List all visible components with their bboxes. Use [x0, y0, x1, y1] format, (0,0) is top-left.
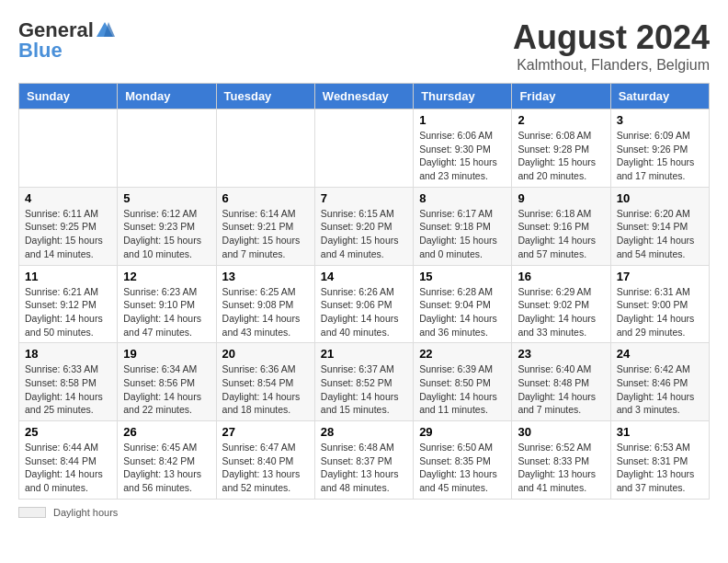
- day-info: Sunrise: 6:08 AM Sunset: 9:28 PM Dayligh…: [518, 129, 604, 183]
- header-saturday: Saturday: [610, 84, 709, 109]
- day-number: 19: [123, 347, 210, 361]
- day-info: Sunrise: 6:33 AM Sunset: 8:58 PM Dayligh…: [25, 362, 111, 417]
- day-info: Sunrise: 6:26 AM Sunset: 9:06 PM Dayligh…: [321, 285, 407, 339]
- logo: General Blue: [18, 18, 115, 63]
- day-number: 31: [617, 425, 703, 439]
- day-info: Sunrise: 6:29 AM Sunset: 9:02 PM Dayligh…: [518, 285, 604, 339]
- day-number: 20: [222, 347, 309, 361]
- week-row-4: 25Sunrise: 6:44 AM Sunset: 8:44 PM Dayli…: [19, 421, 710, 500]
- calendar-cell: 27Sunrise: 6:47 AM Sunset: 8:40 PM Dayli…: [216, 421, 314, 500]
- subtitle: Kalmthout, Flanders, Belgium: [513, 57, 710, 74]
- day-info: Sunrise: 6:40 AM Sunset: 8:48 PM Dayligh…: [518, 362, 604, 417]
- calendar-cell: 15Sunrise: 6:28 AM Sunset: 9:04 PM Dayli…: [414, 265, 512, 343]
- week-row-0: 1Sunrise: 6:06 AM Sunset: 9:30 PM Daylig…: [19, 109, 710, 188]
- day-number: 8: [419, 191, 506, 205]
- calendar-table: SundayMondayTuesdayWednesdayThursdayFrid…: [18, 83, 710, 500]
- day-number: 11: [25, 270, 111, 283]
- calendar-cell: 8Sunrise: 6:17 AM Sunset: 9:18 PM Daylig…: [414, 187, 512, 265]
- calendar-cell: 3Sunrise: 6:09 AM Sunset: 9:26 PM Daylig…: [610, 109, 709, 188]
- day-number: 15: [419, 270, 506, 283]
- day-info: Sunrise: 6:12 AM Sunset: 9:23 PM Dayligh…: [123, 207, 210, 261]
- calendar-cell: 11Sunrise: 6:21 AM Sunset: 9:12 PM Dayli…: [19, 265, 118, 343]
- calendar-cell: 21Sunrise: 6:37 AM Sunset: 8:52 PM Dayli…: [314, 343, 413, 421]
- calendar-cell: 23Sunrise: 6:40 AM Sunset: 8:48 PM Dayli…: [512, 343, 610, 421]
- main-title: August 2024: [513, 18, 710, 57]
- header-tuesday: Tuesday: [216, 84, 314, 109]
- day-number: 23: [518, 347, 604, 361]
- day-number: 4: [25, 191, 111, 205]
- header-wednesday: Wednesday: [314, 84, 413, 109]
- day-number: 27: [222, 425, 309, 439]
- day-info: Sunrise: 6:25 AM Sunset: 9:08 PM Dayligh…: [222, 285, 309, 339]
- calendar-cell: 5Sunrise: 6:12 AM Sunset: 9:23 PM Daylig…: [118, 187, 216, 265]
- calendar-cell: 20Sunrise: 6:36 AM Sunset: 8:54 PM Dayli…: [216, 343, 314, 421]
- day-number: 21: [321, 347, 407, 361]
- day-number: 18: [25, 347, 111, 361]
- day-number: 6: [222, 191, 309, 205]
- title-area: August 2024 Kalmthout, Flanders, Belgium: [513, 18, 710, 74]
- calendar-cell: 12Sunrise: 6:23 AM Sunset: 9:10 PM Dayli…: [118, 265, 216, 343]
- day-number: 24: [617, 347, 703, 361]
- day-number: 9: [518, 191, 604, 205]
- logo-blue: Blue: [18, 39, 63, 63]
- day-info: Sunrise: 6:14 AM Sunset: 9:21 PM Dayligh…: [222, 207, 309, 261]
- day-info: Sunrise: 6:31 AM Sunset: 9:00 PM Dayligh…: [617, 285, 703, 339]
- day-info: Sunrise: 6:21 AM Sunset: 9:12 PM Dayligh…: [25, 285, 111, 339]
- day-info: Sunrise: 6:47 AM Sunset: 8:40 PM Dayligh…: [222, 441, 309, 495]
- day-info: Sunrise: 6:44 AM Sunset: 8:44 PM Dayligh…: [25, 441, 111, 495]
- day-number: 17: [617, 270, 703, 283]
- day-info: Sunrise: 6:18 AM Sunset: 9:16 PM Dayligh…: [518, 207, 604, 261]
- header-monday: Monday: [118, 84, 216, 109]
- day-info: Sunrise: 6:17 AM Sunset: 9:18 PM Dayligh…: [419, 207, 506, 261]
- calendar-cell: 14Sunrise: 6:26 AM Sunset: 9:06 PM Dayli…: [314, 265, 413, 343]
- day-info: Sunrise: 6:48 AM Sunset: 8:37 PM Dayligh…: [321, 441, 407, 495]
- day-number: 1: [419, 113, 506, 127]
- day-number: 16: [518, 270, 604, 283]
- day-info: Sunrise: 6:50 AM Sunset: 8:35 PM Dayligh…: [419, 441, 506, 495]
- calendar-cell: [314, 109, 413, 188]
- calendar-cell: [216, 109, 314, 188]
- day-number: 13: [222, 270, 309, 283]
- calendar-cell: [118, 109, 216, 188]
- day-number: 7: [321, 191, 407, 205]
- calendar-cell: 30Sunrise: 6:52 AM Sunset: 8:33 PM Dayli…: [512, 421, 610, 500]
- calendar-cell: 16Sunrise: 6:29 AM Sunset: 9:02 PM Dayli…: [512, 265, 610, 343]
- day-info: Sunrise: 6:11 AM Sunset: 9:25 PM Dayligh…: [25, 207, 111, 261]
- day-info: Sunrise: 6:20 AM Sunset: 9:14 PM Dayligh…: [617, 207, 703, 261]
- day-number: 22: [419, 347, 506, 361]
- day-info: Sunrise: 6:34 AM Sunset: 8:56 PM Dayligh…: [123, 362, 210, 417]
- day-number: 30: [518, 425, 604, 439]
- header-thursday: Thursday: [414, 84, 512, 109]
- day-number: 26: [123, 425, 210, 439]
- day-number: 12: [123, 270, 210, 283]
- header-friday: Friday: [512, 84, 610, 109]
- daylight-label: Daylight hours: [53, 507, 118, 518]
- day-number: 3: [617, 113, 703, 127]
- day-number: 5: [123, 191, 210, 205]
- calendar-cell: 7Sunrise: 6:15 AM Sunset: 9:20 PM Daylig…: [314, 187, 413, 265]
- calendar-cell: 1Sunrise: 6:06 AM Sunset: 9:30 PM Daylig…: [414, 109, 512, 188]
- calendar-cell: 31Sunrise: 6:53 AM Sunset: 8:31 PM Dayli…: [610, 421, 709, 500]
- day-info: Sunrise: 6:52 AM Sunset: 8:33 PM Dayligh…: [518, 441, 604, 495]
- calendar-cell: 18Sunrise: 6:33 AM Sunset: 8:58 PM Dayli…: [19, 343, 118, 421]
- day-info: Sunrise: 6:09 AM Sunset: 9:26 PM Dayligh…: [617, 129, 703, 183]
- day-info: Sunrise: 6:39 AM Sunset: 8:50 PM Dayligh…: [419, 362, 506, 417]
- day-number: 2: [518, 113, 604, 127]
- footer-note: Daylight hours: [18, 507, 710, 518]
- day-number: 25: [25, 425, 111, 439]
- calendar-cell: 13Sunrise: 6:25 AM Sunset: 9:08 PM Dayli…: [216, 265, 314, 343]
- week-row-2: 11Sunrise: 6:21 AM Sunset: 9:12 PM Dayli…: [19, 265, 710, 343]
- week-row-1: 4Sunrise: 6:11 AM Sunset: 9:25 PM Daylig…: [19, 187, 710, 265]
- calendar-cell: 24Sunrise: 6:42 AM Sunset: 8:46 PM Dayli…: [610, 343, 709, 421]
- calendar-cell: 2Sunrise: 6:08 AM Sunset: 9:28 PM Daylig…: [512, 109, 610, 188]
- calendar-cell: 29Sunrise: 6:50 AM Sunset: 8:35 PM Dayli…: [414, 421, 512, 500]
- day-number: 10: [617, 191, 703, 205]
- calendar-cell: 6Sunrise: 6:14 AM Sunset: 9:21 PM Daylig…: [216, 187, 314, 265]
- day-info: Sunrise: 6:23 AM Sunset: 9:10 PM Dayligh…: [123, 285, 210, 339]
- day-info: Sunrise: 6:37 AM Sunset: 8:52 PM Dayligh…: [321, 362, 407, 417]
- calendar-cell: 9Sunrise: 6:18 AM Sunset: 9:16 PM Daylig…: [512, 187, 610, 265]
- daylight-swatch: [18, 507, 46, 518]
- calendar-cell: 4Sunrise: 6:11 AM Sunset: 9:25 PM Daylig…: [19, 187, 118, 265]
- day-number: 14: [321, 270, 407, 283]
- day-info: Sunrise: 6:53 AM Sunset: 8:31 PM Dayligh…: [617, 441, 703, 495]
